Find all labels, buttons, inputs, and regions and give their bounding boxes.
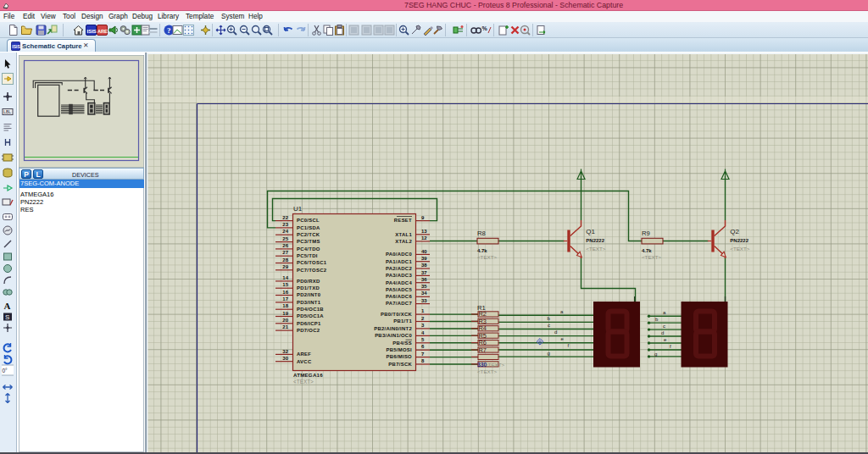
svg-text:PD2/INT0: PD2/INT0 (297, 292, 321, 297)
svg-text:<TEXT>: <TEXT> (477, 254, 497, 260)
svg-text:<TEXT>: <TEXT> (730, 246, 749, 252)
svg-text:<TEXT>: <TEXT> (485, 362, 504, 368)
svg-text:22: 22 (282, 215, 288, 220)
svg-text:U1: U1 (293, 205, 303, 213)
svg-text:ARES: ARES (97, 29, 108, 34)
svg-text:0°: 0° (3, 368, 8, 374)
svg-text:ATMEGA16: ATMEGA16 (293, 372, 323, 378)
svg-text:PA7/ADC7: PA7/ADC7 (386, 301, 413, 306)
svg-text:4.7k: 4.7k (642, 248, 652, 253)
svg-text:4.7k: 4.7k (477, 248, 487, 253)
svg-text:24: 24 (282, 229, 288, 234)
svg-text:PA5/ADC5: PA5/ADC5 (386, 287, 413, 292)
svg-text:34: 34 (421, 291, 427, 296)
svg-text:PA2/ADC2: PA2/ADC2 (386, 266, 413, 271)
svg-text:S: S (5, 313, 9, 321)
svg-text:AVCC: AVCC (297, 359, 312, 364)
svg-text:35: 35 (421, 284, 427, 289)
svg-text:R8: R8 (477, 230, 486, 237)
svg-text:PB7/SCK: PB7/SCK (388, 362, 412, 367)
svg-text:13: 13 (421, 229, 427, 234)
svg-text:30: 30 (282, 356, 288, 361)
svg-text:PN2222: PN2222 (586, 238, 604, 243)
svg-text:19: 19 (282, 311, 288, 316)
svg-text:14: 14 (282, 275, 288, 280)
svg-text:?: ? (167, 26, 171, 35)
svg-text:Q2: Q2 (730, 228, 739, 235)
svg-text:g: g (548, 351, 550, 356)
svg-text:38: 38 (421, 263, 427, 268)
svg-text:PA6/ADC6: PA6/ADC6 (386, 294, 413, 299)
svg-text:21: 21 (282, 324, 288, 329)
svg-text:37: 37 (421, 270, 427, 275)
svg-text:Q1: Q1 (586, 228, 595, 235)
svg-text:PD1/TXD: PD1/TXD (297, 285, 320, 291)
svg-text:PA1/ADC1: PA1/ADC1 (386, 259, 413, 264)
svg-text:PD7/OC2: PD7/OC2 (297, 328, 320, 333)
svg-text:PC4/TDO: PC4/TDO (297, 246, 320, 252)
svg-text:R9: R9 (642, 230, 650, 237)
svg-text:ISIS: ISIS (12, 44, 20, 49)
svg-text:R7: R7 (479, 346, 487, 354)
svg-text:18: 18 (282, 303, 288, 308)
svg-text:PC6/TOSC1: PC6/TOSC1 (297, 260, 327, 265)
svg-text:c: c (548, 323, 550, 328)
svg-text:PC1/SDA: PC1/SDA (297, 225, 320, 230)
svg-text:PB3/AIN1/OC0: PB3/AIN1/OC0 (375, 333, 412, 338)
svg-text:XTAL2: XTAL2 (395, 239, 412, 244)
svg-text:<TEXT>: <TEXT> (586, 246, 605, 252)
svg-text:12: 12 (421, 235, 427, 241)
svg-text:c: c (663, 324, 665, 329)
svg-text:33: 33 (421, 298, 427, 303)
svg-text:29: 29 (282, 264, 288, 269)
svg-text:d: d (661, 330, 664, 335)
svg-text:<TEXT>: <TEXT> (642, 254, 661, 260)
svg-text:PC0/SCL: PC0/SCL (297, 218, 320, 223)
svg-text:<TEXT>: <TEXT> (477, 368, 497, 374)
svg-text:A: A (4, 301, 11, 311)
svg-text:PD6/ICP1: PD6/ICP1 (297, 321, 321, 326)
svg-text:PA4/ADC4: PA4/ADC4 (386, 280, 413, 285)
svg-text:PA0/ADC0: PA0/ADC0 (386, 252, 413, 257)
svg-text:PB1/T1: PB1/T1 (393, 318, 412, 324)
svg-text:25: 25 (282, 236, 288, 241)
svg-text:40: 40 (421, 249, 427, 254)
svg-text:PC5/TDI: PC5/TDI (297, 253, 318, 258)
svg-text:PC7/TOSC2: PC7/TOSC2 (297, 268, 327, 273)
svg-text:PA3/ADC3: PA3/ADC3 (386, 273, 413, 278)
svg-text:15: 15 (282, 282, 288, 287)
svg-text:PN2222: PN2222 (730, 238, 748, 243)
svg-text:20: 20 (282, 318, 288, 323)
svg-text:PB0/T0/XCK: PB0/T0/XCK (381, 312, 412, 317)
svg-text:39: 39 (421, 256, 427, 261)
svg-text:PD3/INT1: PD3/INT1 (297, 300, 321, 305)
svg-text:d: d (554, 329, 557, 335)
svg-text:AREF: AREF (297, 352, 311, 357)
svg-text:PD5/OC1A: PD5/OC1A (297, 313, 324, 318)
svg-text:26: 26 (282, 243, 288, 248)
svg-text:<TEXT>: <TEXT> (293, 379, 314, 385)
svg-text:LBL: LBL (3, 109, 11, 114)
svg-text:PD0/RXD: PD0/RXD (297, 279, 320, 284)
svg-text:g: g (654, 352, 657, 357)
svg-text:%: % (482, 25, 488, 31)
svg-text:PC2/TCK: PC2/TCK (297, 232, 320, 237)
svg-text:PB4/SS: PB4/SS (392, 340, 412, 346)
svg-text:RESET: RESET (394, 218, 412, 223)
svg-text:PB6/MISO: PB6/MISO (386, 354, 412, 359)
svg-text:PB2/AIN0/INT2: PB2/AIN0/INT2 (374, 326, 412, 331)
svg-text:28: 28 (282, 257, 288, 263)
svg-text:32: 32 (282, 349, 288, 354)
svg-text:23: 23 (282, 222, 288, 227)
svg-text:17: 17 (282, 296, 288, 302)
svg-text:16: 16 (282, 290, 288, 295)
svg-text:XTAL1: XTAL1 (395, 232, 412, 237)
svg-text:PC3/TMS: PC3/TMS (297, 239, 320, 244)
svg-text:27: 27 (282, 250, 288, 255)
svg-text:ISIS: ISIS (86, 29, 96, 34)
svg-text:PB5/MOSI: PB5/MOSI (386, 347, 412, 352)
svg-text:PD4/OC1B: PD4/OC1B (297, 307, 324, 312)
svg-text:36: 36 (421, 277, 427, 282)
